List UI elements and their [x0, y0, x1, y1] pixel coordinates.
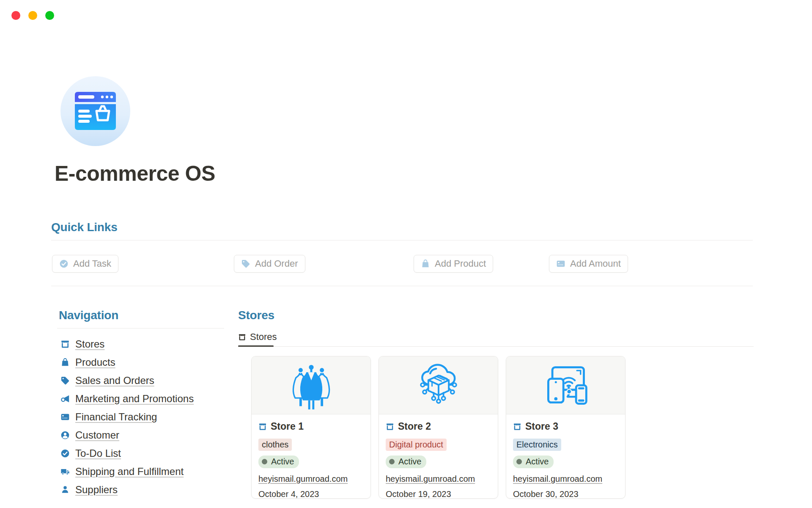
- shopping-bag-icon: [60, 358, 70, 367]
- store-card-1[interactable]: Store 1 clothes Active heyismail.gumroad…: [251, 356, 371, 499]
- status-dot-icon: [389, 459, 395, 464]
- cloud-package-network-illustration: [414, 362, 463, 411]
- nav-item-customer[interactable]: Customer: [60, 426, 194, 444]
- credit-card-icon: [60, 412, 70, 422]
- nav-item-shipping-and-fulfillment[interactable]: Shipping and Fulfillment: [60, 462, 194, 480]
- status-badge: Active: [513, 456, 554, 468]
- quick-links-heading: Quick Links: [51, 221, 118, 234]
- tag-icon: [241, 259, 250, 268]
- add-task-label: Add Task: [73, 258, 111, 269]
- tab-stores[interactable]: Stores: [238, 331, 277, 342]
- dress-mannequins-illustration: [287, 362, 336, 411]
- navigation-list: Stores Products Sales and Orders Marketi…: [60, 335, 194, 499]
- storefront-icon: [238, 333, 246, 341]
- add-order-label: Add Order: [255, 258, 298, 269]
- status-label: Active: [526, 457, 549, 467]
- add-amount-label: Add Amount: [570, 258, 621, 269]
- check-circle-icon: [60, 449, 70, 458]
- traffic-light-close[interactable]: [11, 11, 20, 20]
- store-date: October 30, 2023: [513, 489, 618, 499]
- nav-item-label: Financial Tracking: [75, 411, 157, 423]
- nav-item-sales-and-orders[interactable]: Sales and Orders: [60, 371, 194, 389]
- traffic-light-minimize[interactable]: [28, 11, 37, 20]
- add-order-button[interactable]: Add Order: [234, 255, 305, 273]
- nav-item-label: Customer: [75, 429, 119, 441]
- nav-item-label: Sales and Orders: [75, 375, 154, 387]
- store-card-3[interactable]: Store 3 Electronics Active heyismail.gum…: [506, 356, 625, 499]
- truck-icon: [60, 467, 70, 476]
- store-date: October 19, 2023: [386, 489, 491, 499]
- devices-illustration: [541, 362, 590, 411]
- store-url-link[interactable]: heyismail.gumroad.com: [258, 474, 348, 484]
- divider: [51, 240, 753, 240]
- storefront-icon: [386, 422, 394, 431]
- nav-item-label: Stores: [75, 338, 104, 350]
- status-dot-icon: [516, 459, 522, 464]
- add-amount-button[interactable]: Add Amount: [549, 255, 628, 273]
- nav-item-to-do-list[interactable]: To-Do List: [60, 444, 194, 462]
- store-name: Store 1: [271, 421, 304, 432]
- store-url-link[interactable]: heyismail.gumroad.com: [513, 474, 602, 484]
- store-url-link[interactable]: heyismail.gumroad.com: [386, 474, 475, 484]
- storefront-icon: [60, 340, 70, 349]
- category-tag: Digital product: [386, 439, 447, 451]
- divider: [51, 286, 753, 286]
- add-task-button[interactable]: Add Task: [52, 255, 118, 273]
- store-card-cover: [379, 356, 498, 414]
- person-icon: [60, 485, 70, 494]
- nav-item-label: Shipping and Fulfillment: [75, 466, 184, 478]
- store-card-cover: [506, 356, 625, 414]
- nav-item-label: To-Do List: [75, 447, 121, 459]
- nav-item-products[interactable]: Products: [60, 353, 194, 371]
- navigation-heading: Navigation: [59, 309, 118, 322]
- storefront-icon: [258, 422, 267, 431]
- credit-card-icon: [556, 259, 565, 268]
- megaphone-icon: [60, 394, 70, 403]
- person-circle-icon: [60, 431, 70, 440]
- category-tag: Electronics: [513, 439, 561, 451]
- page-icon[interactable]: [60, 76, 130, 146]
- nav-item-financial-tracking[interactable]: Financial Tracking: [60, 408, 194, 426]
- nav-item-suppliers[interactable]: Suppliers: [60, 480, 194, 499]
- nav-item-stores[interactable]: Stores: [60, 335, 194, 353]
- store-card-cover: [252, 356, 370, 414]
- status-badge: Active: [386, 456, 426, 468]
- nav-item-label: Suppliers: [75, 484, 118, 496]
- status-label: Active: [271, 457, 294, 467]
- store-cards: Store 1 clothes Active heyismail.gumroad…: [251, 356, 625, 499]
- stores-heading: Stores: [238, 309, 274, 322]
- tag-icon: [60, 376, 70, 385]
- status-dot-icon: [262, 459, 267, 464]
- store-name: Store 2: [398, 421, 431, 432]
- storefront-icon: [513, 422, 521, 431]
- status-label: Active: [398, 457, 421, 467]
- shopping-bag-icon: [421, 259, 430, 268]
- store-card-2[interactable]: Store 2 Digital product Active heyismail…: [379, 356, 498, 499]
- store-date: October 4, 2023: [258, 489, 364, 499]
- add-product-button[interactable]: Add Product: [414, 255, 493, 273]
- divider: [57, 328, 224, 329]
- nav-item-marketing-and-promotions[interactable]: Marketing and Promotions: [60, 389, 194, 408]
- check-circle-icon: [59, 259, 69, 268]
- active-tab-indicator: [238, 345, 274, 347]
- category-tag: clothes: [258, 439, 292, 451]
- add-product-label: Add Product: [435, 258, 486, 269]
- tab-bar-divider: [238, 346, 754, 347]
- tab-stores-label: Stores: [250, 331, 277, 342]
- traffic-light-zoom[interactable]: [45, 11, 54, 20]
- status-badge: Active: [258, 456, 299, 468]
- nav-item-label: Products: [75, 356, 115, 368]
- nav-item-label: Marketing and Promotions: [75, 393, 194, 405]
- store-name: Store 3: [525, 421, 558, 432]
- page-title: E-commerce OS: [55, 161, 215, 186]
